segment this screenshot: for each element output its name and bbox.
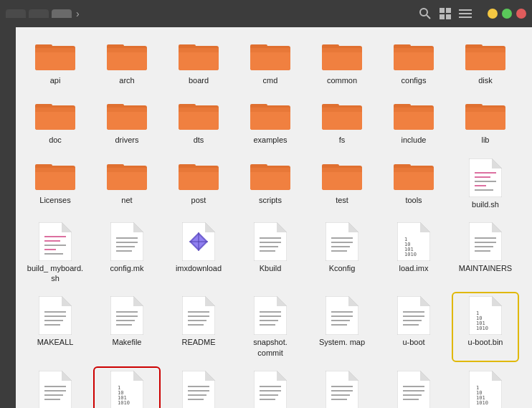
svg-rect-68 <box>35 168 75 172</box>
file-label: System. map <box>319 337 365 347</box>
file-item[interactable]: MAKEALL <box>23 293 87 361</box>
svg-point-0 <box>420 9 427 16</box>
svg-line-1 <box>427 15 430 19</box>
file-item[interactable]: Kbuild <box>238 219 303 287</box>
file-label: lib <box>481 135 489 145</box>
file-item[interactable]: arch <box>95 36 159 88</box>
file-label: post <box>191 195 206 205</box>
sidebar <box>0 27 16 408</box>
svg-rect-3 <box>446 8 451 13</box>
svg-rect-4 <box>440 14 445 19</box>
files-grid: api arch board cmd common configs disk d… <box>23 36 525 408</box>
file-label: u-boot.bin <box>468 337 503 347</box>
minimize-button[interactable] <box>488 9 498 19</box>
file-label: Licenses <box>39 195 70 205</box>
svg-rect-48 <box>179 108 219 112</box>
file-item[interactable]: MAINTAINERS <box>453 219 518 287</box>
file-item[interactable]: Kconfig <box>310 219 374 287</box>
svg-text:1010: 1010 <box>476 400 488 406</box>
file-label: Makefile <box>113 337 142 347</box>
file-item[interactable]: config.mk <box>95 219 159 287</box>
file-item[interactable]: dts <box>166 95 231 148</box>
file-item[interactable]: 1 10 101 1010 u-boot- nodtb.bin <box>453 368 518 408</box>
file-label: snapshot. commit <box>241 337 300 358</box>
svg-rect-20 <box>179 48 219 52</box>
file-label: Kbuild <box>260 263 282 273</box>
file-label: cmd <box>263 75 278 85</box>
file-item[interactable]: cmd <box>238 36 303 88</box>
tab-uboot[interactable] <box>6 9 26 18</box>
file-item[interactable]: 1 10 101 1010 u-boot.bin <box>453 293 518 361</box>
svg-marker-116 <box>277 222 287 232</box>
file-item[interactable]: disk <box>453 36 518 88</box>
file-label: load.imx <box>399 263 429 273</box>
svg-marker-122 <box>348 222 358 232</box>
file-label: MAKEALL <box>37 337 74 347</box>
file-item[interactable]: test <box>310 156 374 212</box>
svg-rect-80 <box>250 168 290 172</box>
file-item[interactable]: post <box>166 156 231 212</box>
svg-rect-12 <box>35 48 75 52</box>
tab-current[interactable] <box>52 9 72 18</box>
file-item[interactable]: u-boot.map <box>238 368 303 408</box>
file-item[interactable]: tools <box>381 156 446 212</box>
svg-marker-110 <box>205 222 215 232</box>
search-icon[interactable] <box>417 6 433 22</box>
svg-rect-52 <box>250 108 290 112</box>
svg-rect-88 <box>394 168 434 172</box>
titlebar: › <box>0 0 532 27</box>
file-label: imxdownload <box>176 263 222 273</box>
file-item[interactable]: 1 10 101 1010 u-boot.imx⇐ <box>95 368 159 408</box>
file-item[interactable]: imxdownload <box>166 219 231 287</box>
svg-rect-44 <box>107 108 147 112</box>
svg-text:1010: 1010 <box>404 252 417 257</box>
file-item[interactable]: u-boot.sym <box>381 368 446 408</box>
close-button[interactable] <box>516 9 526 19</box>
file-item[interactable]: build.sh <box>453 156 518 212</box>
file-label: configs <box>402 75 427 85</box>
svg-rect-5 <box>446 14 451 19</box>
svg-marker-104 <box>133 222 143 232</box>
file-item[interactable]: net <box>95 156 159 212</box>
file-item[interactable]: Licenses <box>23 156 87 212</box>
maximize-button[interactable] <box>502 9 512 19</box>
file-item[interactable]: examples <box>238 95 303 148</box>
file-label: disk <box>478 75 493 85</box>
file-item[interactable]: configs <box>381 36 446 88</box>
file-item[interactable]: build_ myboard. sh <box>23 219 87 287</box>
file-item[interactable]: u-boot.lds <box>166 368 231 408</box>
file-item[interactable]: common <box>310 36 374 88</box>
file-label: arch <box>119 75 134 85</box>
file-label: common <box>327 75 357 85</box>
svg-rect-56 <box>322 108 362 112</box>
file-item[interactable]: board <box>166 36 231 88</box>
svg-marker-152 <box>205 296 215 306</box>
grid-view-icon[interactable] <box>437 6 453 22</box>
file-item[interactable]: snapshot. commit <box>238 293 303 361</box>
file-item[interactable]: README <box>166 293 231 361</box>
file-item[interactable]: 1 10 101 1010 load.imx <box>381 219 446 287</box>
file-item[interactable]: lib <box>453 95 518 148</box>
tab-nxp-uboot[interactable] <box>29 9 49 18</box>
file-item[interactable]: include <box>381 95 446 148</box>
file-item[interactable]: api <box>23 36 87 88</box>
svg-text:1010: 1010 <box>118 400 130 406</box>
file-label: tools <box>405 195 422 205</box>
file-label: examples <box>253 135 287 145</box>
file-item[interactable]: System. map <box>310 293 374 361</box>
file-item[interactable]: u-boot.srec <box>310 368 374 408</box>
file-item[interactable]: scripts <box>238 156 303 212</box>
file-item[interactable]: fs <box>310 95 374 148</box>
file-item[interactable]: u-boot.cfg <box>23 368 87 408</box>
svg-rect-76 <box>179 168 219 172</box>
file-label: README <box>181 337 215 347</box>
file-item[interactable]: drivers <box>95 95 159 148</box>
file-item[interactable]: Makefile <box>95 293 159 361</box>
svg-rect-36 <box>465 48 505 52</box>
file-label: test <box>336 195 348 205</box>
toolbar-icons <box>417 6 526 22</box>
menu-icon[interactable] <box>457 6 473 22</box>
file-item[interactable]: doc <box>23 95 87 148</box>
file-label: scripts <box>259 195 282 205</box>
file-item[interactable]: u-boot <box>381 293 446 361</box>
